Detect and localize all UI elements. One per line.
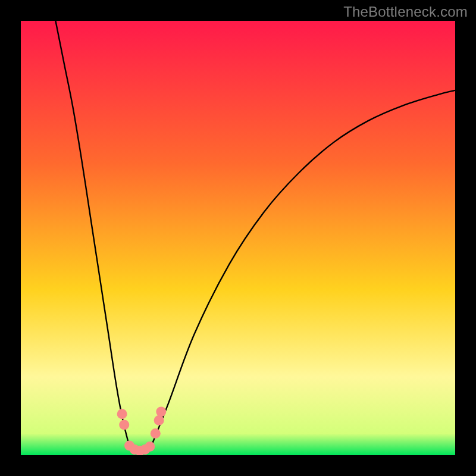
curve-marker [151, 428, 161, 439]
gradient-background [21, 21, 455, 455]
curve-marker [145, 441, 155, 452]
bottleneck-chart [21, 21, 455, 455]
curve-marker [119, 419, 129, 430]
plot-area [21, 21, 455, 455]
chart-frame: TheBottleneck.com [0, 0, 476, 476]
curve-marker [154, 415, 164, 425]
watermark-text: TheBottleneck.com [343, 4, 468, 20]
curve-marker [117, 409, 127, 419]
curve-marker [156, 407, 166, 417]
